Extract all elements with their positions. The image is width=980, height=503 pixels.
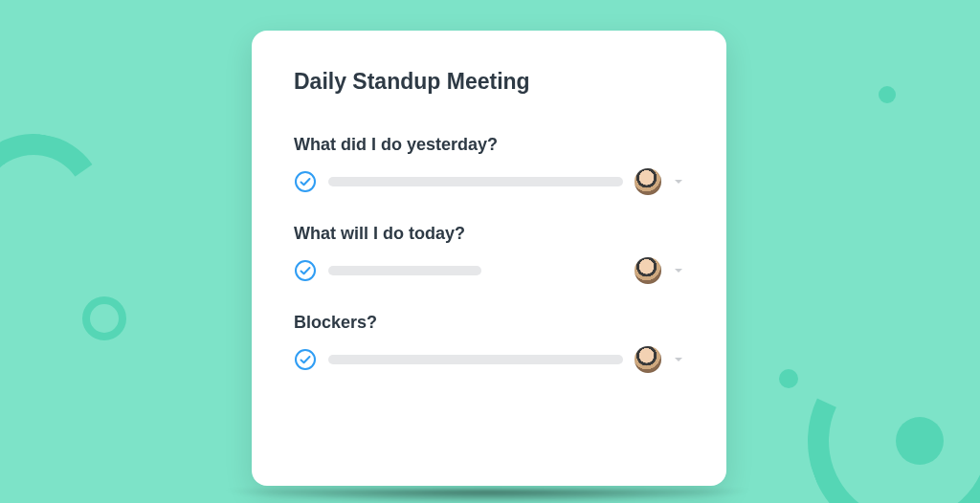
standup-card: Daily Standup Meeting What did I do yest… [252, 31, 726, 486]
standup-section: What will I do today? [294, 224, 684, 284]
task-row[interactable] [294, 257, 684, 284]
chevron-down-icon[interactable] [673, 176, 684, 187]
decorative-ring [82, 296, 126, 340]
decorative-dot [779, 369, 798, 388]
task-row[interactable] [294, 168, 684, 195]
check-circle-icon[interactable] [294, 348, 317, 371]
chevron-down-icon[interactable] [673, 354, 684, 365]
task-text-placeholder [328, 177, 623, 186]
svg-point-1 [296, 261, 315, 280]
check-circle-icon[interactable] [294, 259, 317, 282]
decorative-dot [879, 86, 896, 103]
task-text-placeholder [328, 355, 623, 364]
section-label: What will I do today? [294, 224, 684, 244]
standup-section: Blockers? [294, 313, 684, 373]
section-label: What did I do yesterday? [294, 135, 684, 155]
assignee-avatar[interactable] [635, 346, 661, 373]
standup-section: What did I do yesterday? [294, 135, 684, 195]
section-label: Blockers? [294, 313, 684, 333]
decorative-arc [0, 122, 117, 289]
card-shadow [220, 490, 756, 503]
svg-point-0 [296, 172, 315, 191]
check-circle-icon[interactable] [294, 170, 317, 193]
svg-point-2 [296, 350, 315, 369]
assignee-avatar[interactable] [635, 257, 661, 284]
decorative-arc [779, 312, 980, 503]
task-text-placeholder [328, 266, 481, 275]
task-row[interactable] [294, 346, 684, 373]
assignee-avatar[interactable] [635, 168, 661, 195]
card-title: Daily Standup Meeting [294, 69, 684, 95]
chevron-down-icon[interactable] [673, 265, 684, 276]
